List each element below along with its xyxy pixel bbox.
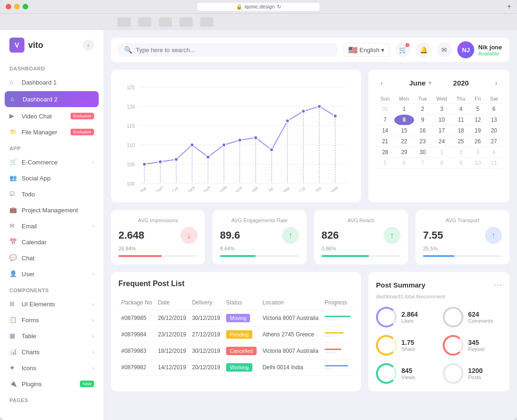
post-stat-val-likes: 2.864 xyxy=(401,311,418,318)
sidebar-item-ui-elements[interactable]: ⊞ UI Elements › xyxy=(0,296,103,312)
minimize-btn[interactable] xyxy=(14,4,20,9)
notifications-btn[interactable]: 🔔 xyxy=(416,42,431,57)
calendar-day[interactable]: 10 xyxy=(470,158,486,169)
calendar-day[interactable]: 7 xyxy=(414,158,431,169)
progress-row xyxy=(325,349,351,353)
calendar-day[interactable]: 6 xyxy=(486,104,502,115)
maximize-btn[interactable] xyxy=(23,4,28,9)
tab-icon-3[interactable] xyxy=(159,17,172,27)
new-tab-btn[interactable]: + xyxy=(507,2,511,11)
calendar-day[interactable]: 1 xyxy=(394,104,414,115)
calendar-day[interactable]: 17 xyxy=(431,125,452,136)
calendar-day[interactable]: 30 xyxy=(414,147,431,158)
cal-header-wed: Wed xyxy=(431,94,452,104)
tab-icon-2[interactable] xyxy=(138,17,151,27)
search-input[interactable] xyxy=(136,47,230,54)
collapse-btn[interactable]: ‹ xyxy=(83,39,94,51)
stat-icon-up-3: ↑ xyxy=(485,227,502,244)
calendar-day[interactable]: 6 xyxy=(394,158,414,169)
calendar-day[interactable]: 15 xyxy=(394,125,414,136)
calendar-day[interactable]: 10 xyxy=(431,115,452,125)
cal-prev-btn[interactable]: ‹ xyxy=(376,77,387,88)
calendar-day[interactable]: 3 xyxy=(470,147,486,158)
svg-point-27 xyxy=(174,157,178,161)
sidebar-item-plugins[interactable]: 🔌 Plugins New xyxy=(0,376,103,392)
calendar-day[interactable]: 26 xyxy=(470,136,486,147)
lock-icon: 🔒 xyxy=(236,4,243,10)
sidebar-item-icons[interactable]: ★ Icons › xyxy=(0,360,103,376)
calendar-day[interactable]: 11 xyxy=(452,115,470,125)
sidebar-item-calendar[interactable]: 📅 Calendar xyxy=(0,234,103,250)
calendar-day[interactable]: 9 xyxy=(414,115,431,125)
calendar-day[interactable]: 13 xyxy=(486,115,502,125)
calendar-day[interactable]: 27 xyxy=(486,136,502,147)
calendar-day[interactable]: 31 xyxy=(376,104,394,115)
cart-btn[interactable]: 🛒 0 xyxy=(395,42,410,57)
sidebar-item-chat[interactable]: 💬 Chat xyxy=(0,250,103,266)
calendar-day[interactable]: 9 xyxy=(452,158,470,169)
tab-icon-4[interactable] xyxy=(180,17,193,27)
sidebar-item-project[interactable]: 💼 Project Management xyxy=(0,202,103,218)
sidebar-item-social[interactable]: 👥 Social App xyxy=(0,170,103,186)
svg-text:Ande: Ande xyxy=(218,185,228,192)
calendar-day[interactable]: 4 xyxy=(486,147,502,158)
calendar-day[interactable]: 21 xyxy=(376,136,394,147)
calendar-day[interactable]: 2 xyxy=(414,104,431,115)
star-icon: ★ xyxy=(9,364,17,372)
post-stat-label-comments: Comments xyxy=(468,318,493,324)
sidebar-item-email[interactable]: ✉ Email › xyxy=(0,218,103,234)
calendar-day[interactable]: 8 xyxy=(394,115,414,125)
svg-text:105: 105 xyxy=(127,162,135,167)
messages-btn[interactable]: ✉ xyxy=(437,42,452,57)
calendar-day[interactable]: 8 xyxy=(431,158,452,169)
sidebar-item-video-chat[interactable]: ▶ Video Chat Exclusive xyxy=(0,108,103,124)
calendar-day[interactable]: 1 xyxy=(431,147,452,158)
sidebar-item-file-manager[interactable]: 📁 File Manager Exclusive xyxy=(0,124,103,140)
calendar-day[interactable]: 2 xyxy=(452,147,470,158)
calendar-day[interactable]: 19 xyxy=(470,125,486,136)
calendar-day[interactable]: 11 xyxy=(486,158,502,169)
calendar-day[interactable]: 25 xyxy=(452,136,470,147)
month-dropdown-icon[interactable]: ▾ xyxy=(429,80,431,86)
col-progress: Progress xyxy=(322,296,354,310)
post-stat-val-share: 1.75 xyxy=(401,339,415,346)
calendar-day[interactable]: 16 xyxy=(414,125,431,136)
tab-icon-5[interactable] xyxy=(200,17,213,27)
refresh-icon[interactable]: ↻ xyxy=(277,4,281,10)
calendar-day[interactable]: 28 xyxy=(376,147,394,158)
progress-bg xyxy=(325,319,339,320)
sidebar-item-user[interactable]: 👤 User › xyxy=(0,266,103,282)
tab-icon-1[interactable] xyxy=(118,17,131,27)
calendar-day[interactable]: 5 xyxy=(376,158,394,169)
cal-next-btn[interactable]: › xyxy=(491,77,502,88)
search-box[interactable]: 🔍 xyxy=(118,43,337,56)
calendar-day[interactable]: 3 xyxy=(431,104,452,115)
titlebar: 🔒 iqonic.design ↻ + xyxy=(0,0,517,13)
calendar-day[interactable]: 24 xyxy=(431,136,452,147)
calendar-day[interactable]: 18 xyxy=(452,125,470,136)
mail-icon: ✉ xyxy=(9,222,17,230)
calendar-day[interactable]: 22 xyxy=(394,136,414,147)
calendar-day[interactable]: 12 xyxy=(470,115,486,125)
calendar-day[interactable]: 20 xyxy=(486,125,502,136)
sidebar-item-label: User xyxy=(22,271,34,278)
calendar-day[interactable]: 7 xyxy=(376,115,394,125)
close-btn[interactable] xyxy=(6,4,11,9)
svg-point-37 xyxy=(333,114,337,118)
url-bar[interactable]: 🔒 iqonic.design ↻ xyxy=(197,3,320,11)
month-label: June xyxy=(409,79,426,87)
calendar-day[interactable]: 29 xyxy=(394,147,414,158)
sidebar-item-ecommerce[interactable]: 🛒 E-Commerce › xyxy=(0,154,103,170)
calendar-day[interactable]: 23 xyxy=(414,136,431,147)
calendar-day[interactable]: 4 xyxy=(452,104,470,115)
sidebar-item-dashboard2[interactable]: ⌂ Dashboard 2 xyxy=(5,91,99,107)
sidebar-item-dashboard1[interactable]: ⌂ Dashboard 1 xyxy=(0,74,103,90)
sidebar-item-todo[interactable]: ☑ Todo xyxy=(0,186,103,202)
sidebar-item-forms[interactable]: 📋 Forms › xyxy=(0,312,103,328)
calendar-day[interactable]: 5 xyxy=(470,104,486,115)
language-selector[interactable]: 🇺🇸 English ▾ xyxy=(343,43,390,57)
sidebar-item-charts[interactable]: 📊 Charts › xyxy=(0,344,103,360)
calendar-day[interactable]: 14 xyxy=(376,125,394,136)
sidebar-item-table[interactable]: ▦ Table › xyxy=(0,328,103,344)
post-summary-more-btn[interactable]: ⋯ xyxy=(494,280,502,290)
